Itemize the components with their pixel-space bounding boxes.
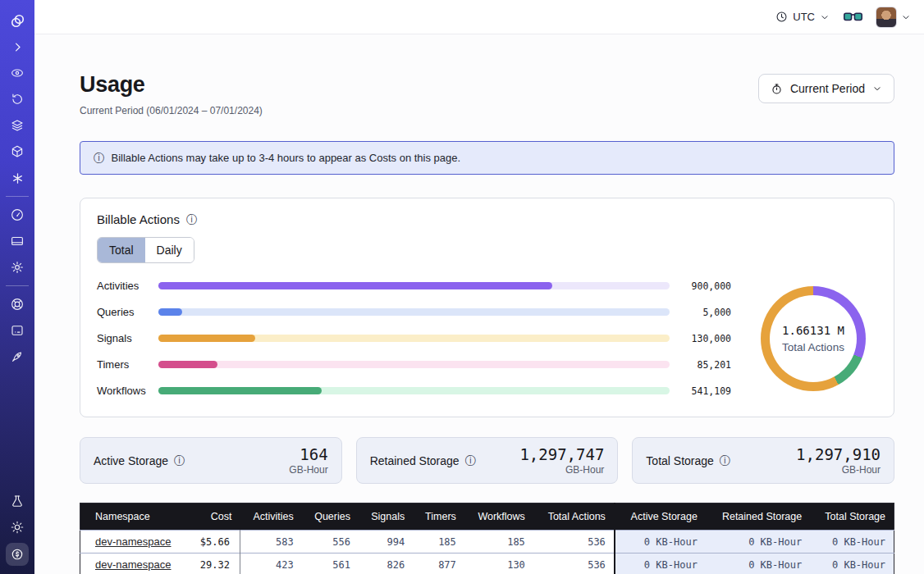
rocket-icon[interactable] [7,346,28,367]
chevron-down-icon [901,12,911,22]
info-icon[interactable]: ⓘ [465,455,477,467]
period-dropdown-button[interactable]: Current Period [758,74,894,103]
cell-active_storage: 0 KB-Hour [615,531,706,554]
info-icon: ⓘ [94,153,105,164]
storage-card-value: 1,297,747 GB-Hour [519,445,604,476]
tab-total[interactable]: Total [98,238,145,262]
storage-card-label-text: Total Storage [646,454,714,467]
cell-namespace: dev-namespace [80,531,188,554]
temporal-logo-icon[interactable] [7,10,28,31]
table-row: dev-namespace29.324235618268771305360 KB… [80,554,894,574]
tab-daily[interactable]: Daily [145,238,194,262]
credit-card-icon[interactable] [7,230,28,252]
cube-icon[interactable] [7,141,28,162]
view-toggle: Total Daily [97,237,194,263]
column-header-total_storage: Total Storage [810,503,894,531]
timezone-selector[interactable]: UTC [775,11,830,23]
storage-unit: GB-Hour [519,464,604,476]
cell-signals: 994 [359,531,413,554]
bar-track [158,387,670,394]
cell-total_actions: 536 [533,554,615,574]
billable-actions-card: Billable Actions ⓘ Total Daily Activitie… [80,198,894,417]
column-header-namespace: Namespace [80,503,188,531]
page-subtitle: Current Period (06/01/2024 – 07/01/2024) [80,105,263,116]
stopwatch-icon [771,83,783,95]
cell-queries: 561 [302,554,359,574]
billable-actions-title: Billable Actions ⓘ [97,212,877,226]
eye-icon[interactable] [7,62,28,84]
user-menu[interactable] [876,7,911,28]
column-header-signals: Signals [359,503,413,531]
cell-retained_storage: 0 KB-Hour [706,531,810,554]
cell-total_actions: 536 [533,531,615,554]
asterisk-icon[interactable] [7,167,28,189]
cell-queries: 556 [302,531,359,554]
info-icon[interactable]: ⓘ [720,455,731,467]
bar-value: 130,000 [680,333,731,344]
cell-total_storage: 0 KB-Hour [810,531,894,554]
active-storage-card: Active Storage ⓘ 164 GB-Hour [80,437,342,484]
info-icon[interactable]: ⓘ [174,455,185,467]
gear-icon[interactable] [7,257,28,278]
glasses-icon [844,11,862,22]
bar-row: Workflows541,109 [97,385,731,397]
bar-value: 5,000 [680,307,731,318]
retained-storage-card: Retained Storage ⓘ 1,297,747 GB-Hour [356,437,619,484]
bar-category-label: Signals [97,332,148,344]
donut-center: 1.66131 M Total Actions [770,295,857,382]
namespace-usage-table: NamespaceCostActivitiesQueriesSignalsTim… [80,503,894,574]
cell-total_storage: 0 KB-Hour [810,554,894,574]
cell-namespace: dev-namespace [80,554,188,574]
column-header-active_storage: Active Storage [615,503,706,531]
table-row: dev-namespace$5.665835569941851855360 KB… [80,531,894,554]
column-header-total_actions: Total Actions [533,503,615,531]
lifebuoy-icon[interactable] [7,294,28,315]
timezone-label: UTC [793,11,815,23]
column-header-timers: Timers [413,503,464,531]
storage-value: 164 [289,445,327,463]
storage-unit: GB-Hour [289,464,327,476]
clock-icon [775,11,788,23]
bar-track [158,308,670,316]
period-dropdown-label: Current Period [790,82,865,95]
bar-fill [158,387,322,394]
bar-track [158,335,670,342]
storage-card-label: Active Storage ⓘ [94,454,185,467]
cell-retained_storage: 0 KB-Hour [706,554,810,574]
bar-value: 85,201 [680,359,731,371]
bar-category-label: Workflows [97,385,148,397]
column-header-retained_storage: Retained Storage [706,503,810,531]
gauge-icon[interactable] [7,204,28,226]
dollar-coin-button[interactable] [6,543,29,566]
cell-workflows: 185 [464,531,533,554]
info-banner: ⓘ Billable Actions may take up to 3-4 ho… [80,141,894,175]
bar-fill [158,361,217,368]
column-header-workflows: Workflows [464,503,533,531]
billable-actions-title-text: Billable Actions [97,212,180,226]
bar-category-label: Activities [97,280,148,292]
sidebar [0,0,34,574]
total-storage-card: Total Storage ⓘ 1,297,910 GB-Hour [632,437,894,484]
chevron-right-icon[interactable] [7,36,28,57]
bar-fill [158,282,552,289]
bar-category-label: Timers [97,358,148,371]
namespace-link[interactable]: dev-namespace [95,535,172,548]
avatar [876,7,897,28]
glasses-button[interactable] [842,7,863,28]
namespace-link[interactable]: dev-namespace [95,558,172,571]
bar-value: 900,000 [680,280,731,292]
storage-card-label-text: Active Storage [94,454,168,467]
layers-icon[interactable] [7,115,28,136]
cell-active_storage: 0 KB-Hour [615,554,706,574]
history-icon[interactable] [7,89,28,110]
sun-icon[interactable] [7,517,28,538]
sidebar-divider [6,285,29,286]
bar-track [158,282,670,289]
flask-icon[interactable] [7,490,28,512]
terminal-icon[interactable] [7,320,28,341]
cell-cost: $5.66 [188,531,240,554]
bar-row: Activities900,000 [97,280,731,292]
cell-activities: 583 [240,531,301,554]
info-icon[interactable]: ⓘ [186,214,198,226]
storage-card-label-text: Retained Storage [370,454,460,467]
